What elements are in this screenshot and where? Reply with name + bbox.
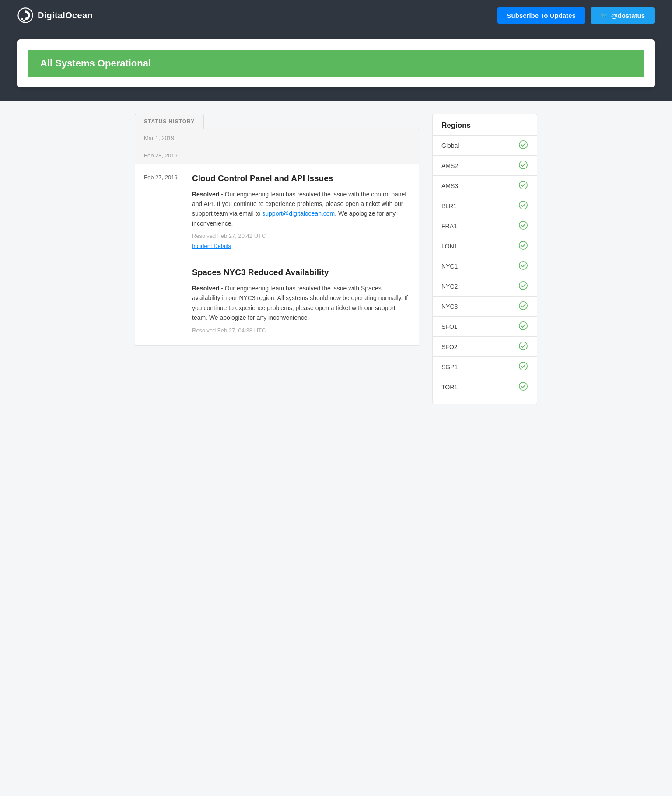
region-row: AMS2: [433, 155, 537, 175]
svg-point-8: [519, 241, 527, 249]
date-mar1: Mar 1, 2019: [144, 135, 174, 141]
incident-1-date: Feb 27, 2019: [144, 173, 183, 249]
incident-2-body: Resolved - Our engineering team has reso…: [192, 283, 410, 323]
svg-point-7: [519, 221, 527, 229]
incident-1-status: Resolved: [192, 191, 219, 198]
regions-list: Global AMS2 AMS3 BLR1 FRA1 LON1 NYC1 NYC…: [433, 135, 537, 397]
incident-2-date: [144, 267, 183, 336]
region-row: Global: [433, 135, 537, 155]
logo: DigitalOcean: [18, 7, 93, 23]
subscribe-button[interactable]: Subscribe To Updates: [497, 7, 585, 24]
region-status-icon: [518, 301, 528, 312]
incident-1-details-link[interactable]: Incident Details: [192, 243, 231, 249]
region-status-icon: [518, 220, 528, 231]
svg-point-9: [519, 262, 527, 269]
svg-point-4: [519, 161, 527, 169]
region-status-icon: [518, 281, 528, 292]
svg-point-15: [519, 382, 527, 390]
logo-text: DigitalOcean: [38, 10, 93, 21]
region-status-icon: [518, 361, 528, 372]
incident-1-email-link[interactable]: support@digitalocean.com: [262, 210, 335, 217]
svg-point-10: [519, 282, 527, 290]
incident-spaces-nyc3: Spaces NYC3 Reduced Availability Resolve…: [135, 258, 419, 345]
region-status-icon: [518, 381, 528, 392]
svg-point-13: [519, 342, 527, 350]
region-status-icon: [518, 261, 528, 272]
region-name: NYC3: [441, 303, 458, 310]
site-header: DigitalOcean Subscribe To Updates 🐦 @dos…: [0, 0, 672, 31]
incident-1-title: Cloud Control Panel and API Issues: [192, 173, 410, 184]
region-name: SFO1: [441, 323, 458, 330]
region-name: AMS2: [441, 162, 458, 169]
region-row: SFO1: [433, 316, 537, 336]
history-section: STATUS HISTORY Mar 1, 2019 Feb 28, 2019 …: [135, 114, 419, 346]
region-status-icon: [518, 321, 528, 332]
region-status-icon: [518, 180, 528, 191]
regions-section: Regions Global AMS2 AMS3 BLR1 FRA1 LON1 …: [432, 114, 537, 404]
region-status-icon: [518, 341, 528, 352]
region-name: BLR1: [441, 202, 457, 209]
region-row: FRA1: [433, 216, 537, 236]
regions-title: Regions: [433, 121, 537, 135]
incident-1-body: Resolved - Our engineering team has reso…: [192, 189, 410, 229]
incident-cloud-control: Feb 27, 2019 Cloud Control Panel and API…: [135, 164, 419, 258]
region-name: NYC2: [441, 283, 458, 290]
incident-2-content: Spaces NYC3 Reduced Availability Resolve…: [192, 267, 410, 336]
region-status-icon: [518, 241, 528, 251]
incident-2-resolved-time: Resolved Feb 27, 04:38 UTC: [192, 327, 410, 334]
status-green-bar: All Systems Operational: [28, 50, 644, 77]
region-name: AMS3: [441, 182, 458, 189]
svg-rect-2: [21, 18, 23, 20]
region-row: NYC2: [433, 276, 537, 296]
svg-point-6: [519, 201, 527, 209]
twitter-label: @dostatus: [611, 12, 645, 19]
region-row: NYC3: [433, 296, 537, 316]
header-actions: Subscribe To Updates 🐦 @dostatus: [497, 7, 654, 24]
svg-point-12: [519, 322, 527, 330]
region-name: FRA1: [441, 223, 457, 230]
region-row: AMS3: [433, 175, 537, 196]
date-feb28: Feb 28, 2019: [144, 152, 178, 159]
svg-point-11: [519, 302, 527, 310]
region-name: Global: [441, 142, 459, 149]
incident-1-content: Cloud Control Panel and API Issues Resol…: [192, 173, 410, 249]
incident-2-text: - Our engineering team has resolved the …: [192, 285, 408, 321]
region-name: SFO2: [441, 343, 458, 350]
region-status-icon: [518, 200, 528, 211]
date-row-mar1: Mar 1, 2019: [135, 129, 419, 147]
region-row: NYC1: [433, 256, 537, 276]
status-message: All Systems Operational: [40, 58, 151, 69]
region-name: TOR1: [441, 384, 458, 391]
svg-rect-1: [23, 20, 25, 22]
svg-point-5: [519, 181, 527, 189]
region-row: SGP1: [433, 356, 537, 377]
main-content: STATUS HISTORY Mar 1, 2019 Feb 28, 2019 …: [117, 114, 555, 404]
region-status-icon: [518, 140, 528, 151]
twitter-button[interactable]: 🐦 @dostatus: [591, 7, 654, 24]
incident-2-status: Resolved: [192, 285, 219, 292]
history-tab: STATUS HISTORY: [135, 114, 204, 129]
history-body: Mar 1, 2019 Feb 28, 2019 Feb 27, 2019 Cl…: [135, 129, 419, 346]
status-banner-card: All Systems Operational: [18, 39, 654, 87]
region-row: TOR1: [433, 377, 537, 397]
date-row-feb28: Feb 28, 2019: [135, 147, 419, 164]
region-status-icon: [518, 160, 528, 171]
region-row: LON1: [433, 236, 537, 256]
svg-point-14: [519, 362, 527, 370]
region-name: LON1: [441, 243, 458, 250]
region-name: SGP1: [441, 363, 458, 370]
region-row: SFO2: [433, 336, 537, 356]
incident-1-resolved-time: Resolved Feb 27, 20:42 UTC: [192, 233, 410, 239]
region-name: NYC1: [441, 263, 458, 270]
incident-2-title: Spaces NYC3 Reduced Availability: [192, 267, 410, 278]
twitter-icon: 🐦: [600, 12, 608, 19]
svg-point-3: [519, 141, 527, 149]
digitalocean-logo-icon: [18, 7, 33, 23]
status-banner-wrapper: All Systems Operational: [0, 31, 672, 101]
region-row: BLR1: [433, 196, 537, 216]
